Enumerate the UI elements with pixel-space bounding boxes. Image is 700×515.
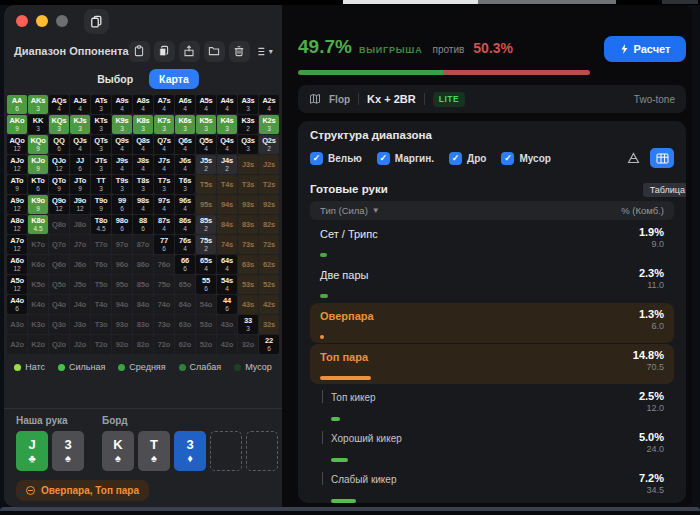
matrix-cell-A5s[interactable]: A5s4 (196, 95, 216, 114)
matrix-cell-76o[interactable]: 76o (154, 255, 174, 274)
tab-Карта[interactable]: Карта (149, 69, 199, 89)
matrix-cell-A3s[interactable]: A3s3 (238, 95, 258, 114)
export-icon[interactable] (179, 41, 200, 62)
matrix-cell-86o[interactable]: 86o (133, 255, 153, 274)
matrix-cell-Q4o[interactable]: Q4o (49, 295, 69, 314)
matrix-cell-53o[interactable]: 53o (196, 315, 216, 334)
matrix-cell-A8o[interactable]: A8o12 (7, 215, 27, 234)
matrix-cell-J2s[interactable]: J2s (259, 155, 279, 174)
matrix-cell-85s[interactable]: 85s2 (196, 215, 216, 234)
checkbox-icon[interactable]: ✓ (449, 152, 462, 165)
matrix-cell-54o[interactable]: 54o (196, 295, 216, 314)
matrix-cell-64o[interactable]: 64o (175, 295, 195, 314)
matrix-cell-AQo[interactable]: AQo12 (7, 135, 27, 154)
matrix-cell-32s[interactable]: 32s (259, 315, 279, 334)
matrix-cell-QJo[interactable]: QJo12 (49, 155, 69, 174)
matrix-cell-A9o[interactable]: A9o12 (7, 195, 27, 214)
funnel-view-icon[interactable] (627, 152, 640, 164)
matrix-cell-J3s[interactable]: J3s (238, 155, 258, 174)
matrix-cell-Q3o[interactable]: Q3o (49, 315, 69, 334)
matrix-cell-ATs[interactable]: ATs3 (91, 95, 111, 114)
matrix-cell-QTs[interactable]: QTs3 (91, 135, 111, 154)
matrix-cell-K5s[interactable]: K5s3 (196, 115, 216, 134)
matrix-cell-JJ[interactable]: JJ6 (70, 155, 90, 174)
matrix-cell-K7o[interactable]: K7o (28, 235, 48, 254)
matrix-cell-J9o[interactable]: J9o12 (70, 195, 90, 214)
matrix-cell-33[interactable]: 333 (238, 315, 258, 334)
matrix-cell-94s[interactable]: 94s (217, 195, 237, 214)
matrix-cell-AJs[interactable]: AJs4 (70, 95, 90, 114)
matrix-cell-Q7o[interactable]: Q7o (49, 235, 69, 254)
matrix-cell-95s[interactable]: 95s (196, 195, 216, 214)
matrix-cell-AA[interactable]: AA6 (7, 95, 27, 114)
matrix-cell-93s[interactable]: 93s (238, 195, 258, 214)
matrix-cell-98s[interactable]: 98s4 (133, 195, 153, 214)
matrix-cell-A2s[interactable]: A2s4 (259, 95, 279, 114)
matrix-cell-Q4s[interactable]: Q4s4 (217, 135, 237, 154)
matrix-cell-T2s[interactable]: T2s (259, 175, 279, 194)
matrix-cell-T6s[interactable]: T6s3 (175, 175, 195, 194)
matrix-cell-J2o[interactable]: J2o (70, 335, 90, 354)
matrix-cell-86s[interactable]: 86s4 (175, 215, 195, 234)
filter-Маргин.[interactable]: ✓Маргин. (377, 152, 434, 165)
matrix-cell-Q2o[interactable]: Q2o (49, 335, 69, 354)
matrix-cell-QQ[interactable]: QQ6 (49, 135, 69, 154)
matrix-cell-53s[interactable]: 53s (238, 275, 258, 294)
matrix-cell-44[interactable]: 446 (217, 295, 237, 314)
matrix-cell-Q5s[interactable]: Q5s4 (196, 135, 216, 154)
matrix-cell-A4o[interactable]: A4o6 (7, 295, 27, 314)
matrix-cell-A8s[interactable]: A8s4 (133, 95, 153, 114)
matrix-cell-Q9o[interactable]: Q9o12 (49, 195, 69, 214)
matrix-cell-QJs[interactable]: QJs4 (70, 135, 90, 154)
matrix-cell-63s[interactable]: 63s (238, 255, 258, 274)
matrix-cell-Q8s[interactable]: Q8s4 (133, 135, 153, 154)
board-info-bar[interactable]: Flop Kx + 2BR LITE Two-tone (298, 85, 686, 113)
made-hand-row-Сет / Трипс[interactable]: Сет / Трипс1.9%9.0 (310, 221, 674, 261)
matrix-cell-J6s[interactable]: J6s4 (175, 155, 195, 174)
matrix-cell-Q7s[interactable]: Q7s4 (154, 135, 174, 154)
type-column-header[interactable]: Тип (Сила) ▼ (320, 205, 380, 216)
card-K♠[interactable]: K♠ (102, 431, 134, 471)
matrix-cell-T7s[interactable]: T7s3 (154, 175, 174, 194)
matrix-cell-T7o[interactable]: T7o (91, 235, 111, 254)
matrix-cell-J4o[interactable]: J4o (70, 295, 90, 314)
checkbox-icon[interactable]: ✓ (377, 152, 390, 165)
calculate-button[interactable]: Расчет (604, 36, 686, 62)
matrix-cell-84o[interactable]: 84o (133, 295, 153, 314)
app-cards-icon[interactable] (84, 9, 109, 34)
matrix-cell-KTo[interactable]: KTo6 (28, 175, 48, 194)
matrix-cell-72s[interactable]: 72s (259, 235, 279, 254)
matrix-cell-J5s[interactable]: J5s2 (196, 155, 216, 174)
matrix-cell-42s[interactable]: 42s (259, 295, 279, 314)
matrix-cell-TT[interactable]: TT3 (91, 175, 111, 194)
matrix-cell-T6o[interactable]: T6o (91, 255, 111, 274)
matrix-cell-KJo[interactable]: KJo9 (28, 155, 48, 174)
tab-Выбор[interactable]: Выбор (87, 69, 143, 89)
matrix-cell-K4s[interactable]: K4s3 (217, 115, 237, 134)
filter-Велью[interactable]: ✓Велью (310, 152, 362, 165)
matrix-cell-J4s[interactable]: J4s2 (217, 155, 237, 174)
matrix-cell-T5s[interactable]: T5s (196, 175, 216, 194)
made-hand-row-Слабый кикер[interactable]: Слабый кикер7.2%34.5 (310, 467, 674, 503)
matrix-cell-T5o[interactable]: T5o (91, 275, 111, 294)
matrix-cell-K2s[interactable]: K2s3 (259, 115, 279, 134)
close-window-button[interactable] (16, 15, 28, 27)
matrix-cell-K9s[interactable]: K9s3 (112, 115, 132, 134)
matrix-cell-66[interactable]: 666 (175, 255, 195, 274)
matrix-cell-A6s[interactable]: A6s4 (175, 95, 195, 114)
matrix-cell-43s[interactable]: 43s (238, 295, 258, 314)
matrix-cell-K3s[interactable]: K3s2 (238, 115, 258, 134)
matrix-cell-KJs[interactable]: KJs3 (70, 115, 90, 134)
matrix-cell-T2o[interactable]: T2o (91, 335, 111, 354)
matrix-cell-83s[interactable]: 83s (238, 215, 258, 234)
matrix-cell-94o[interactable]: 94o (112, 295, 132, 314)
matrix-cell-AKs[interactable]: AKs3 (28, 95, 48, 114)
matrix-cell-AKo[interactable]: AKo9 (7, 115, 27, 134)
matrix-cell-87o[interactable]: 87o (133, 235, 153, 254)
matrix-cell-JTo[interactable]: JTo9 (70, 175, 90, 194)
matrix-cell-52s[interactable]: 52s (259, 275, 279, 294)
matrix-cell-55[interactable]: 556 (196, 275, 216, 294)
matrix-cell-A3o[interactable]: A3o (7, 315, 27, 334)
matrix-cell-73s[interactable]: 73s (238, 235, 258, 254)
matrix-cell-75o[interactable]: 75o (154, 275, 174, 294)
